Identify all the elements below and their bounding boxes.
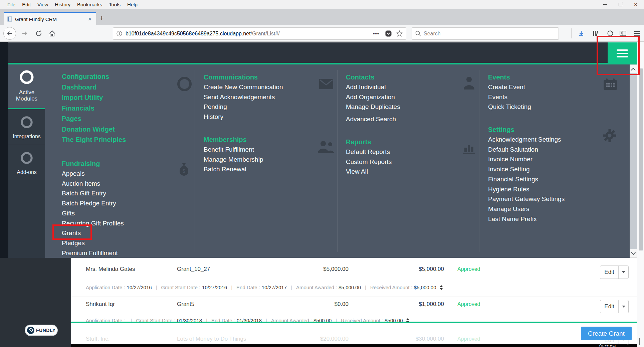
menu-item-manage-duplicates[interactable]: Manage Duplicates (346, 102, 400, 112)
menu-item-invoice-setting[interactable]: Invoice Setting (488, 164, 565, 174)
window-restore-button[interactable] (613, 0, 628, 9)
grant-row-details: Application Date :10/27/2016| Grant Star… (86, 285, 443, 290)
menu-link-dashboard[interactable]: Dashboard (62, 82, 126, 93)
url-bar[interactable]: b10f01de8a4349c49c50568e6489a275.cloudap… (113, 27, 406, 40)
menu-item-history[interactable]: History (204, 112, 283, 122)
site-info-icon[interactable] (117, 31, 122, 36)
money-bag-icon: $ (179, 163, 189, 176)
forward-button[interactable] (19, 28, 30, 39)
menu-link-financials[interactable]: Financials (62, 103, 126, 114)
menu-link-configurations[interactable]: Configurations (62, 71, 126, 82)
menu-item-financial-settings[interactable]: Financial Settings (488, 174, 565, 184)
menu-item-auction-items[interactable]: Auction Items (62, 179, 124, 189)
status-badge: Approved (457, 266, 480, 272)
edit-button[interactable]: Edit (600, 266, 629, 279)
menu-item-payment-gateway-settings[interactable]: Payment Gateway Settings (488, 194, 565, 204)
caret-down-icon (622, 271, 625, 273)
menu-bookmarks[interactable]: Bookmarks (74, 2, 105, 7)
menu-item-manage-membership[interactable]: Manage Membership (204, 155, 263, 165)
menu-item-pending[interactable]: Pending (204, 102, 283, 112)
menu-item-invoice-number[interactable]: Invoice Number (488, 154, 565, 164)
menu-item-hygiene-rules[interactable]: Hygiene Rules (488, 184, 565, 194)
menu-item-add-individual[interactable]: Add Individual (346, 82, 400, 92)
tab-grant-fundly-crm[interactable]: Grant Fundly CRM × (4, 12, 96, 25)
fundly-logo[interactable]: FUNDLY (25, 325, 58, 336)
create-grant-button[interactable]: Create Grant (581, 327, 632, 340)
pocket-icon[interactable] (385, 30, 392, 37)
menu-column-1: Configurations Dashboard Import Utility … (62, 71, 126, 145)
menu-item-benefit-fulfillment[interactable]: Benefit Fulfillment (204, 145, 263, 155)
new-tab-button[interactable]: + (99, 14, 104, 22)
grant-row-contact: Mrs. Melinda Gates (86, 266, 135, 273)
menu-tools[interactable]: Tools (105, 2, 124, 7)
window-minimize-button[interactable] (598, 0, 612, 9)
menu-item-last-name-prefix[interactable]: Last Name Prefix (488, 214, 565, 224)
menu-item-batch-pledge-entry[interactable]: Batch Pledge Entry (62, 198, 124, 208)
menu-item-custom-reports[interactable]: Custom Reports (346, 157, 392, 167)
menu-scrollbar[interactable] (630, 64, 637, 258)
menu-item-send-acknowledgements[interactable]: Send Acknowledgements (204, 92, 283, 102)
edit-dropdown-button[interactable] (619, 300, 628, 313)
sidebar-item-active-modules[interactable]: Active Modules (8, 64, 45, 109)
menu-group-reports: Reports Default Reports Custom Reports V… (346, 137, 392, 177)
menu-item-create-event[interactable]: Create Event (488, 82, 531, 92)
menu-item-view-all[interactable]: View All (346, 167, 392, 177)
integrations-icon (20, 116, 33, 129)
fundly-mark-icon (27, 326, 35, 334)
caret-down-icon (622, 306, 625, 308)
edit-button-label[interactable]: Edit (600, 300, 619, 313)
menu-item-gifts[interactable]: Gifts (62, 208, 124, 218)
back-arrow-icon (6, 30, 13, 37)
menu-group-contacts: Contacts Add Individual Add Organization… (346, 72, 400, 124)
edit-dropdown-button[interactable] (619, 266, 628, 279)
scrollbar-thumb[interactable] (639, 68, 643, 250)
menu-header-communications: Communications (204, 72, 283, 82)
search-input[interactable]: Search (412, 27, 559, 40)
back-button[interactable] (3, 27, 16, 40)
sort-icon[interactable] (440, 285, 443, 290)
menu-item-acknowledgment-settings[interactable]: Acknowledgment Settings (488, 135, 565, 145)
url-path-text: /Grant/List#/ (251, 31, 280, 37)
menu-item-batch-renewal[interactable]: Batch Renewal (204, 164, 263, 174)
active-modules-icon (19, 70, 34, 84)
menu-item-default-salutation[interactable]: Default Salutation (488, 145, 565, 155)
menu-item-appeals[interactable]: Appeals (62, 169, 124, 179)
bookmark-star-icon[interactable] (396, 30, 403, 37)
page-scrollbar[interactable] (637, 42, 644, 347)
menu-edit[interactable]: Edit (19, 2, 34, 7)
menu-link-eight-principles[interactable]: The Eight Principles (62, 135, 126, 145)
home-button[interactable] (47, 28, 57, 39)
menu-item-default-reports[interactable]: Default Reports (346, 147, 392, 157)
menu-file[interactable]: File (4, 2, 19, 7)
browser-window: File Edit View History Bookmarks Tools H… (0, 0, 644, 347)
sidebar-item-integrations[interactable]: Integrations (8, 109, 45, 145)
menu-item-events[interactable]: Events (488, 92, 531, 102)
annotation-box-menu-toggle (597, 36, 640, 75)
menu-view[interactable]: View (34, 2, 51, 7)
menu-item-quick-ticketing[interactable]: Quick Ticketing (488, 102, 531, 112)
scroll-down-button[interactable] (639, 338, 640, 344)
menu-history[interactable]: History (51, 2, 74, 7)
menu-item-advanced-search[interactable]: Advanced Search (346, 114, 400, 124)
menu-header-fundraising: Fundraising (62, 159, 124, 169)
tab-close-icon[interactable]: × (86, 16, 93, 23)
menu-item-premium-fulfillment[interactable]: Premium Fulfillment (62, 248, 124, 258)
menu-item-batch-gift-entry[interactable]: Batch Gift Entry (62, 188, 124, 198)
sidebar-item-add-ons[interactable]: Add-ons (8, 145, 45, 180)
menu-link-import-utility[interactable]: Import Utility (62, 93, 126, 103)
edit-button[interactable]: Edit (600, 300, 629, 313)
page-actions-icon[interactable]: ••• (373, 31, 379, 36)
edit-button-label[interactable]: Edit (600, 266, 619, 279)
reload-button[interactable] (33, 28, 44, 39)
downloads-button[interactable] (576, 28, 587, 39)
menu-item-manage-users[interactable]: Manage Users (488, 204, 565, 214)
menu-link-pages[interactable]: Pages (62, 114, 126, 124)
menu-scroll-down-button[interactable] (630, 249, 637, 258)
window-close-button[interactable]: × (628, 0, 643, 9)
tab-bar: Grant Fundly CRM × + (0, 9, 644, 25)
hamburger-icon (634, 31, 640, 36)
menu-item-create-new-communication[interactable]: Create New Communication (204, 82, 283, 92)
menu-item-add-organization[interactable]: Add Organization (346, 92, 400, 102)
menu-link-donation-widget[interactable]: Donation Widget (62, 124, 126, 135)
menu-help[interactable]: Help (124, 2, 141, 7)
